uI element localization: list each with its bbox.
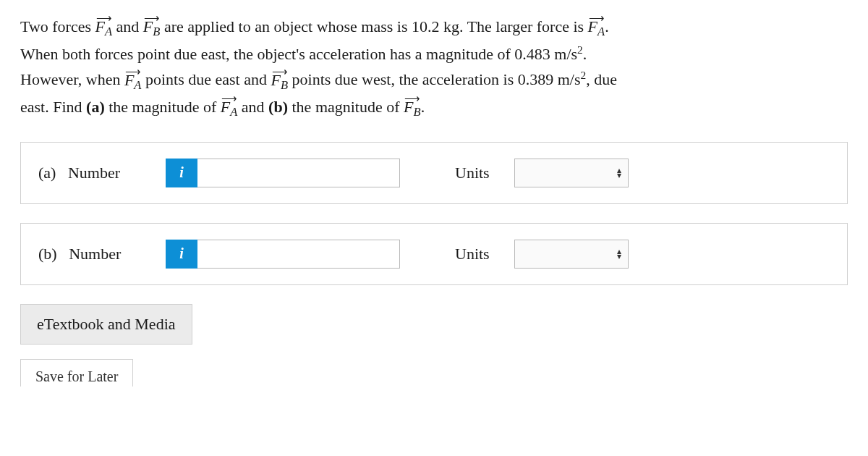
units-label-b: Units <box>455 242 490 266</box>
info-icon[interactable]: i <box>166 240 197 269</box>
text: When both forces point due east, the obj… <box>20 45 577 63</box>
number-input-group-a: i <box>166 159 400 187</box>
units-select-a[interactable] <box>514 159 629 187</box>
text: east. Find <box>20 98 86 116</box>
problem-statement: Two forces ⟶FA and ⟶FB are applied to an… <box>20 14 848 122</box>
vector-fb: ⟶FB <box>143 14 161 41</box>
answer-row-b: (b) Number i Units ▴▾ <box>20 223 848 285</box>
number-input-a[interactable] <box>197 159 400 187</box>
answer-row-a: (a) Number i Units ▴▾ <box>20 142 848 204</box>
vector-fa: ⟶FA <box>588 14 605 41</box>
part-a-number-label: (a) Number <box>38 161 147 185</box>
vector-fb: ⟶FB <box>271 68 288 95</box>
text: . <box>583 45 587 63</box>
text: However, when <box>20 71 124 89</box>
text: . <box>605 17 609 35</box>
vector-fa: ⟶FA <box>221 95 238 122</box>
vector-fb: ⟶FB <box>404 95 421 122</box>
vector-fa: ⟶FA <box>124 68 142 95</box>
units-label-a: Units <box>455 161 490 185</box>
etextbook-button[interactable]: eTextbook and Media <box>20 304 192 345</box>
text: and <box>237 98 268 116</box>
number-input-group-b: i <box>166 240 400 269</box>
superscript: 2 <box>577 43 583 56</box>
text: are applied to an object whose mass is 1… <box>160 17 587 35</box>
text: points due west, the acceleration is 0.3… <box>288 71 580 89</box>
text: , due <box>586 71 617 89</box>
text: . <box>421 98 425 116</box>
text: the magnitude of <box>288 98 404 116</box>
number-input-b[interactable] <box>197 240 400 269</box>
part-b-label: (b) <box>268 98 288 116</box>
part-b-number-label: (b) Number <box>38 242 147 266</box>
text: Two forces <box>20 17 95 35</box>
save-for-later-button[interactable]: Save for Later <box>20 359 133 387</box>
text: and <box>112 17 143 35</box>
part-a-label: (a) <box>86 98 105 116</box>
units-select-b[interactable] <box>514 240 629 269</box>
text: points due east and <box>141 71 271 89</box>
text: the magnitude of <box>105 98 221 116</box>
vector-fa: ⟶FA <box>95 14 113 41</box>
info-icon[interactable]: i <box>166 159 197 187</box>
